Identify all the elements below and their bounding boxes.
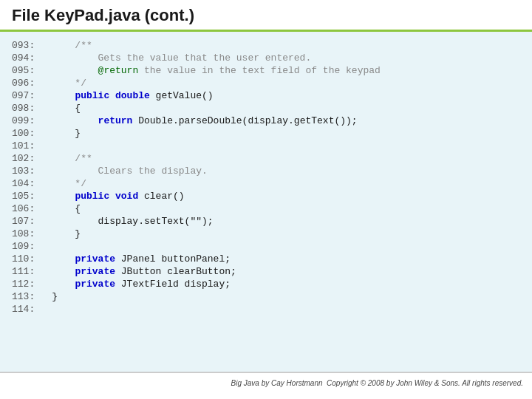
line-number: 093: (12, 39, 52, 52)
table-row: 112: private JTextField display; (12, 278, 520, 290)
line-number: 104: (12, 177, 52, 190)
line-code: return Double.parseDouble(display.getTex… (52, 115, 520, 127)
code-token: the value in the text field of the keypa… (138, 65, 381, 76)
line-code: public double getValue() (52, 89, 520, 102)
code-token: } (52, 228, 81, 239)
code-table: 093: /**094: Gets the value that the use… (12, 39, 520, 316)
code-token: return (98, 115, 133, 126)
line-code: display.setText(""); (52, 215, 520, 228)
code-token: { (52, 103, 81, 114)
code-token: getValue() (150, 90, 214, 101)
code-token: JTextField display; (115, 279, 231, 290)
code-token (109, 191, 115, 202)
table-row: 104: */ (12, 177, 520, 190)
table-row: 099: return Double.parseDouble(display.g… (12, 115, 520, 127)
table-row: 097: public double getValue() (12, 89, 520, 102)
table-row: 106: { (12, 202, 520, 215)
line-code (52, 303, 520, 316)
book-title: Big Java (231, 379, 259, 387)
footer-author: by Cay Horstmann (259, 379, 323, 387)
line-code: public void clear() (52, 190, 520, 202)
line-number: 109: (12, 240, 52, 253)
table-row: 108: } (12, 228, 520, 240)
line-number: 102: (12, 152, 52, 165)
line-number: 114: (12, 303, 52, 316)
code-token (52, 253, 75, 265)
line-number: 098: (12, 102, 52, 115)
code-token: Clears the display. (52, 166, 208, 177)
code-token: { (52, 203, 81, 214)
table-row: 102: /** (12, 152, 520, 165)
content-area: 093: /**094: Gets the value that the use… (0, 32, 532, 372)
line-code: { (52, 202, 520, 215)
table-row: 101: (12, 140, 520, 152)
code-token: private (75, 266, 115, 277)
code-token: private (75, 253, 115, 265)
line-code: private JTextField display; (52, 278, 520, 290)
line-number: 106: (12, 202, 52, 215)
code-token: Gets the value that the user entered. (52, 52, 311, 64)
table-row: 109: (12, 240, 520, 253)
code-token (52, 266, 75, 277)
line-number: 095: (12, 64, 52, 77)
footer: Big Java by Cay Horstmann Copyright © 20… (0, 372, 532, 392)
code-token: public (75, 191, 109, 202)
header: File KeyPad.java (cont.) (0, 0, 532, 32)
table-row: 095: @return the value in the text field… (12, 64, 520, 77)
line-code: /** (52, 39, 520, 52)
line-number: 112: (12, 278, 52, 290)
line-number: 099: (12, 115, 52, 127)
table-row: 113:} (12, 290, 520, 303)
line-code: */ (52, 77, 520, 89)
line-code: Gets the value that the user entered. (52, 52, 520, 64)
table-row: 111: private JButton clearButton; (12, 265, 520, 278)
code-token: public (75, 90, 109, 101)
code-token: @return (98, 65, 139, 76)
line-number: 108: (12, 228, 52, 240)
table-row: 094: Gets the value that the user entere… (12, 52, 520, 64)
table-row: 098: { (12, 102, 520, 115)
line-number: 096: (12, 77, 52, 89)
line-code: Clears the display. (52, 165, 520, 177)
line-number: 107: (12, 215, 52, 228)
table-row: 093: /** (12, 39, 520, 52)
table-row: 105: public void clear() (12, 190, 520, 202)
code-token: /** (52, 153, 92, 164)
code-token: */ (52, 78, 86, 89)
line-number: 113: (12, 290, 52, 303)
table-row: 110: private JPanel buttonPanel; (12, 253, 520, 265)
line-code (52, 240, 520, 253)
code-token (52, 65, 98, 76)
line-number: 105: (12, 190, 52, 202)
line-number: 100: (12, 127, 52, 140)
code-token: private (75, 279, 115, 290)
code-token (52, 115, 98, 126)
code-token: Double.parseDouble(display.getText()); (132, 115, 357, 126)
table-row: 107: display.setText(""); (12, 215, 520, 228)
line-code: private JPanel buttonPanel; (52, 253, 520, 265)
line-code: */ (52, 177, 520, 190)
code-token (52, 90, 75, 101)
code-token: display.setText(""); (52, 216, 213, 227)
table-row: 103: Clears the display. (12, 165, 520, 177)
code-token: clear() (138, 191, 184, 202)
line-code: } (52, 290, 520, 303)
footer-copyright: Copyright © 2008 by John Wiley & Sons. A… (327, 379, 523, 387)
code-token: JPanel buttonPanel; (115, 253, 231, 265)
table-row: 114: (12, 303, 520, 316)
line-number: 101: (12, 140, 52, 152)
code-token: double (115, 90, 150, 101)
line-code: @return the value in the text field of t… (52, 64, 520, 77)
line-code: /** (52, 152, 520, 165)
code-token: void (115, 191, 138, 202)
line-number: 103: (12, 165, 52, 177)
code-token (52, 279, 75, 290)
code-token: } (52, 291, 58, 302)
page-title: File KeyPad.java (cont.) (12, 6, 194, 24)
line-number: 111: (12, 265, 52, 278)
line-number: 110: (12, 253, 52, 265)
line-code: private JButton clearButton; (52, 265, 520, 278)
footer-text: Big Java by Cay Horstmann Copyright © 20… (231, 379, 523, 387)
table-row: 100: } (12, 127, 520, 140)
code-token: */ (52, 178, 86, 189)
